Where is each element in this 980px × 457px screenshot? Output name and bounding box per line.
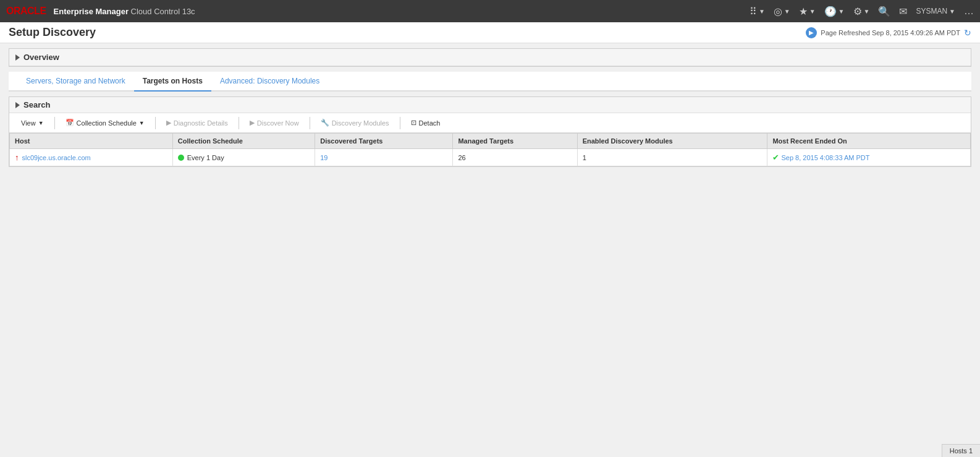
col-host: Host [10, 134, 173, 149]
overview-section: Overview [9, 48, 971, 67]
favorites-icon: ★ [799, 6, 808, 17]
calendar-icon: 📅 [65, 119, 74, 127]
most-recent-ended-on-value[interactable]: Sep 8, 2015 4:08:33 AM PDT [781, 154, 869, 161]
oracle-logo: ORACLE [6, 6, 46, 17]
enabled-discovery-modules-cell: 1 [577, 149, 767, 166]
main-tabs: Servers, Storage and Network Targets on … [9, 72, 971, 92]
collection-schedule-button[interactable]: 📅 Collection Schedule ▼ [60, 116, 150, 129]
separator-3 [239, 117, 239, 129]
settings-icon: ⚙ [853, 6, 862, 17]
toolbar: View ▼ 📅 Collection Schedule ▼ ▶ Diagnos… [9, 113, 971, 133]
host-up-arrow-icon: ↑ [15, 153, 19, 162]
separator-5 [400, 117, 400, 129]
history-icon: 🕐 [824, 6, 837, 17]
tab-advanced[interactable]: Advanced: Discovery Modules [211, 72, 328, 92]
most-recent-ended-on-cell: ✔ Sep 8, 2015 4:08:33 AM PDT [767, 149, 971, 166]
view-label: View [21, 119, 36, 127]
collection-schedule-value: Every 1 Day [187, 154, 224, 161]
nav-right: ⠿ ▼ ◎ ▼ ★ ▼ 🕐 ▼ ⚙ ▼ 🔍 ✉ SYSMAN ▼ … [750, 6, 974, 17]
diagnostic-details-label: Diagnostic Details [174, 119, 228, 127]
discovered-targets-link[interactable]: 19 [320, 154, 327, 161]
discover-now-icon: ▶ [250, 119, 255, 127]
mail-icon[interactable]: ✉ [899, 6, 907, 17]
discovery-modules-icon: 🔧 [321, 119, 329, 127]
username-label: SYSMAN [916, 7, 947, 15]
status-green-dot-icon [178, 155, 184, 161]
host-cell: ↑ slc09jce.us.oracle.com [10, 149, 173, 166]
refresh-circle-icon[interactable]: ▶ [806, 27, 817, 38]
col-managed-targets: Managed Targets [453, 134, 577, 149]
managed-targets-cell: 26 [453, 149, 577, 166]
separator-4 [310, 117, 310, 129]
activity-dropdown-arrow: ▼ [784, 8, 790, 15]
detach-button[interactable]: ⊡ Detach [405, 116, 446, 129]
overview-expand-icon [15, 54, 20, 61]
favorites-menu[interactable]: ★ ▼ [799, 6, 816, 17]
host-link[interactable]: slc09jce.us.oracle.com [22, 154, 91, 161]
collection-schedule-label: Collection Schedule [77, 119, 137, 127]
search-expand-icon [15, 102, 20, 108]
overview-label: Overview [23, 53, 59, 62]
table-row[interactable]: ↑ slc09jce.us.oracle.com Every 1 Day 19 [10, 149, 971, 166]
search-button[interactable]: 🔍 [878, 6, 890, 17]
activity-icon: ◎ [774, 6, 782, 17]
table-header-row: Host Collection Schedule Discovered Targ… [10, 134, 971, 149]
enabled-discovery-modules-value: 1 [583, 154, 586, 161]
user-menu[interactable]: SYSMAN ▼ [916, 7, 955, 15]
separator-2 [155, 117, 156, 129]
discovered-targets-cell: 19 [315, 149, 453, 166]
search-label: Search [23, 100, 50, 109]
discovery-modules-button[interactable]: 🔧 Discovery Modules [315, 116, 395, 129]
table-section: Search View ▼ 📅 Collection Schedule ▼ ▶ … [9, 96, 971, 167]
page-title: Setup Discovery [9, 26, 96, 39]
managed-targets-value: 26 [458, 154, 465, 161]
page-refresh-info: ▶ Page Refreshed Sep 8, 2015 4:09:26 AM … [806, 27, 971, 38]
user-dropdown-arrow: ▼ [949, 8, 955, 15]
detach-label: Detach [419, 119, 441, 127]
targets-dropdown-arrow: ▼ [759, 8, 765, 15]
top-navigation: ORACLE Enterprise Manager Cloud Control … [0, 0, 980, 22]
discovery-modules-label: Discovery Modules [332, 119, 389, 127]
targets-icon: ⠿ [750, 6, 757, 17]
more-options-icon[interactable]: … [964, 6, 974, 17]
content-area: Overview Servers, Storage and Network Ta… [0, 43, 980, 172]
favorites-dropdown-arrow: ▼ [809, 8, 816, 15]
overview-header[interactable]: Overview [9, 49, 971, 66]
separator-1 [54, 117, 55, 129]
page-header: Setup Discovery ▶ Page Refreshed Sep 8, … [0, 22, 980, 43]
tab-servers[interactable]: Servers, Storage and Network [17, 72, 134, 92]
discover-now-button[interactable]: ▶ Discover Now [244, 116, 305, 129]
settings-menu[interactable]: ⚙ ▼ [853, 6, 870, 17]
col-enabled-discovery-modules: Enabled Discovery Modules [577, 134, 767, 149]
targets-menu[interactable]: ⠿ ▼ [750, 6, 765, 17]
collection-schedule-dropdown-arrow: ▼ [139, 120, 145, 126]
search-row[interactable]: Search [9, 97, 971, 113]
col-most-recent-ended-on: Most Recent Ended On [767, 134, 971, 149]
activity-menu[interactable]: ◎ ▼ [774, 6, 790, 17]
refresh-timestamp: Page Refreshed Sep 8, 2015 4:09:26 AM PD… [821, 29, 960, 36]
em-title: Enterprise Manager Cloud Control 13c [54, 7, 195, 16]
tab-targets-on-hosts[interactable]: Targets on Hosts [134, 72, 211, 92]
refresh-button[interactable]: ↻ [964, 28, 971, 38]
hosts-table: Host Collection Schedule Discovered Targ… [9, 133, 971, 166]
history-menu[interactable]: 🕐 ▼ [824, 6, 845, 17]
collection-schedule-cell: Every 1 Day [172, 149, 315, 166]
nav-left: ORACLE Enterprise Manager Cloud Control … [6, 6, 195, 17]
col-collection-schedule: Collection Schedule [172, 134, 315, 149]
diagnostic-details-button[interactable]: ▶ Diagnostic Details [161, 116, 234, 129]
diagnostic-details-icon: ▶ [166, 119, 171, 127]
settings-dropdown-arrow: ▼ [864, 8, 870, 15]
detach-icon: ⊡ [411, 119, 416, 127]
view-dropdown-arrow: ▼ [38, 120, 44, 126]
history-dropdown-arrow: ▼ [838, 8, 845, 15]
success-check-icon: ✔ [772, 153, 779, 162]
view-button[interactable]: View ▼ [15, 117, 49, 129]
col-discovered-targets: Discovered Targets [315, 134, 453, 149]
discover-now-label: Discover Now [257, 119, 299, 127]
